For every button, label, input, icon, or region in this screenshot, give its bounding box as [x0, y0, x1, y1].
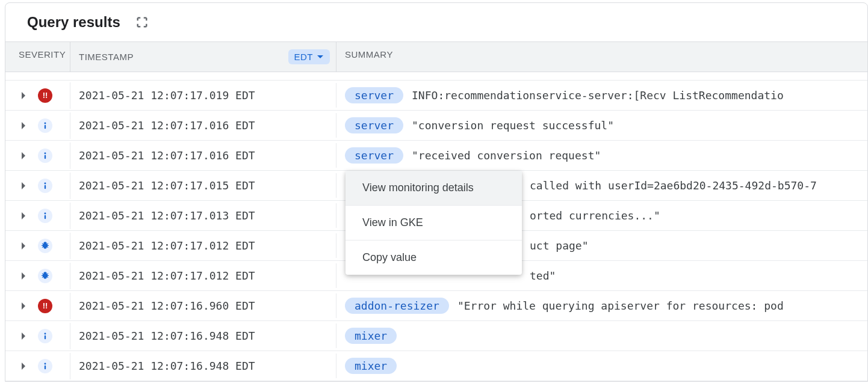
severity-error-icon: !! [38, 299, 52, 313]
expand-row-icon[interactable] [19, 210, 29, 221]
column-header-summary[interactable]: SUMMARY [336, 42, 867, 72]
svg-rect-3 [45, 155, 46, 158]
severity-info-icon [38, 179, 52, 193]
cell-severity [5, 142, 70, 169]
cell-timestamp: 2021-05-21 12:07:16.948 EDT [70, 354, 336, 378]
log-row[interactable]: 2021-05-21 12:07:16.948 EDTmixer [5, 351, 867, 381]
cell-timestamp: 2021-05-21 12:07:16.960 EDT [70, 293, 336, 318]
panel-header: Query results [5, 3, 867, 41]
svg-rect-9 [45, 335, 46, 338]
svg-point-10 [45, 363, 46, 364]
cell-timestamp: 2021-05-21 12:07:17.016 EDT [70, 143, 336, 168]
log-message: called with userId=2ae6bd20-2435-492d-b5… [530, 179, 817, 192]
svg-point-2 [45, 152, 46, 154]
log-rows: !!2021-05-21 12:07:17.019 EDTserverINFO:… [5, 72, 867, 381]
cell-timestamp: 2021-05-21 12:07:17.019 EDT [70, 83, 336, 108]
cell-severity [5, 203, 70, 229]
svg-point-4 [45, 182, 46, 184]
cell-summary: mixer [336, 352, 867, 380]
menu-item-view-gke[interactable]: View in GKE [346, 206, 522, 240]
svg-rect-11 [45, 365, 46, 369]
log-message: orted currencies..." [530, 209, 660, 222]
query-results-panel: Query results SEVERITY TIMESTAMP EDT SUM… [5, 2, 868, 382]
page-title: Query results [27, 14, 120, 31]
severity-info-icon [38, 209, 52, 223]
log-message: "received conversion request" [412, 149, 601, 162]
svg-point-0 [45, 122, 46, 124]
cell-severity: !! [5, 293, 70, 319]
cell-severity [5, 173, 70, 199]
timezone-selector[interactable]: EDT [288, 49, 330, 64]
log-message: ted" [530, 269, 556, 282]
log-row[interactable]: 2021-05-21 12:07:17.016 EDTserver"conver… [5, 111, 867, 141]
expand-row-icon[interactable] [19, 90, 29, 101]
expand-row-icon[interactable] [19, 301, 29, 311]
expand-row-icon[interactable] [19, 361, 29, 372]
cell-severity [5, 112, 70, 139]
expand-row-icon[interactable] [19, 271, 29, 281]
source-tag[interactable]: addon-resizer [345, 298, 449, 314]
chevron-down-icon [317, 55, 324, 60]
severity-info-icon [38, 149, 52, 163]
svg-point-6 [45, 212, 46, 214]
expand-row-icon[interactable] [19, 180, 29, 191]
cell-severity [5, 263, 70, 289]
severity-info-icon [38, 359, 52, 373]
svg-point-8 [45, 332, 46, 334]
cell-timestamp: 2021-05-21 12:07:17.013 EDT [70, 203, 336, 228]
timestamp-label: TIMESTAMP [79, 52, 134, 62]
svg-rect-5 [45, 185, 46, 188]
cell-timestamp: 2021-05-21 12:07:17.015 EDT [70, 173, 336, 198]
expand-row-icon[interactable] [19, 150, 29, 161]
cell-timestamp: 2021-05-21 12:07:17.012 EDT [70, 233, 336, 258]
log-row[interactable]: 2021-05-21 12:07:17.016 EDTserver"receiv… [5, 141, 867, 171]
menu-item-view-monitoring[interactable]: View monitoring details [346, 171, 522, 206]
cell-summary: server"conversion request successful" [336, 111, 867, 139]
severity-info-icon [38, 118, 52, 133]
column-header-timestamp[interactable]: TIMESTAMP EDT [70, 42, 336, 72]
context-menu: View monitoring details View in GKE Copy… [346, 171, 522, 275]
svg-rect-7 [45, 215, 46, 218]
log-message: INFO:recommendationservice-server:[Recv … [412, 89, 784, 102]
source-tag[interactable]: mixer [345, 358, 397, 374]
table-header: SEVERITY TIMESTAMP EDT SUMMARY [5, 41, 867, 72]
cell-timestamp: 2021-05-21 12:07:17.016 EDT [70, 113, 336, 138]
cell-severity [5, 353, 70, 379]
cell-summary: serverINFO:recommendationservice-server:… [336, 81, 867, 109]
source-tag[interactable]: mixer [345, 328, 397, 344]
source-tag[interactable]: server [345, 117, 403, 133]
severity-debug-icon [38, 269, 52, 283]
severity-error-icon: !! [38, 88, 52, 103]
log-row[interactable]: 2021-05-21 12:07:16.948 EDTmixer [5, 321, 867, 351]
timezone-label: EDT [294, 52, 314, 62]
severity-info-icon [38, 329, 52, 343]
source-tag[interactable]: server [345, 87, 403, 103]
cell-timestamp: 2021-05-21 12:07:16.948 EDT [70, 323, 336, 348]
log-row[interactable]: !!2021-05-21 12:07:17.019 EDTserverINFO:… [5, 81, 867, 111]
source-tag[interactable]: server [345, 147, 403, 164]
column-header-severity[interactable]: SEVERITY [5, 42, 70, 72]
fullscreen-icon[interactable] [135, 15, 149, 29]
cell-summary: addon-resizer"Error while querying apise… [336, 292, 867, 320]
log-message: "conversion request successful" [412, 119, 614, 132]
cell-severity [5, 233, 70, 259]
expand-row-icon[interactable] [19, 120, 29, 131]
menu-item-copy-value[interactable]: Copy value [346, 240, 522, 275]
log-message: uct page" [530, 239, 589, 252]
cell-timestamp: 2021-05-21 12:07:17.012 EDT [70, 263, 336, 288]
expand-row-icon[interactable] [19, 240, 29, 251]
svg-rect-1 [45, 124, 46, 128]
partial-row-top [5, 72, 867, 81]
cell-severity [5, 323, 70, 349]
cell-summary: server"received conversion request" [336, 141, 867, 170]
cell-summary: mixer [336, 322, 867, 350]
log-row[interactable]: !!2021-05-21 12:07:16.960 EDTaddon-resiz… [5, 291, 867, 321]
expand-row-icon[interactable] [19, 331, 29, 341]
log-message: "Error while querying apiserver for reso… [457, 299, 784, 312]
severity-debug-icon [38, 239, 52, 253]
cell-severity: !! [5, 82, 70, 109]
